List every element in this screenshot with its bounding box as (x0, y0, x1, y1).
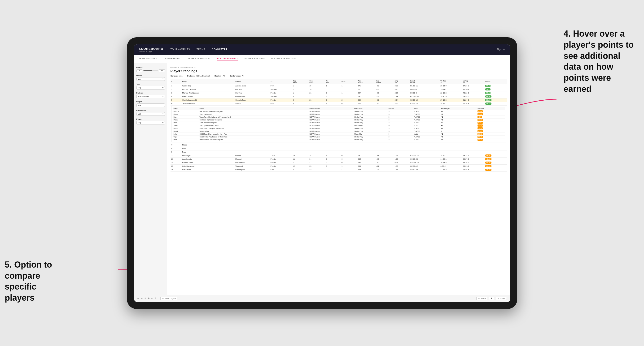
points-badge[interactable]: 38.49 (485, 169, 492, 171)
gender-label: Gender (136, 74, 165, 77)
nav-links: TOURNAMENTS TEAMS COMMITTEE (170, 48, 496, 51)
view-original-button[interactable]: 👁 View: Original (160, 297, 178, 300)
player-select[interactable]: (All) ▾ (136, 121, 165, 125)
region-select[interactable]: N/A ▾ (136, 103, 165, 107)
no-rds-from-input[interactable] (136, 69, 142, 72)
year-select[interactable]: (All) ▾ (136, 86, 165, 90)
th-school: School (234, 79, 270, 84)
no-rds-to-input[interactable] (159, 69, 165, 72)
subnav-player-summary[interactable]: PLAYER SUMMARY (217, 57, 238, 60)
w-points-badge: 20.47 (478, 130, 483, 132)
list-item: Ploch Southern Highlands Collegiate NCAA… (173, 119, 505, 121)
chevron-down-icon: ▾ (162, 78, 164, 80)
redo-icon[interactable]: ↪ (141, 297, 142, 300)
no-rds-slider[interactable] (143, 70, 158, 71)
more-icon[interactable]: ··· (151, 297, 153, 300)
view-icon: 👁 (162, 297, 164, 300)
subnav-player-h2h-grid[interactable]: PLAYER H2H GRID (244, 57, 265, 60)
th-wins: Wins (340, 79, 357, 84)
division-select[interactable]: NCAA Division I ▾ (136, 95, 165, 98)
conference-select[interactable]: (All) ▾ (136, 112, 165, 116)
th-overall: OverallRecord (409, 79, 440, 84)
left-annotation: 5. Option to compare specific players (5, 259, 66, 304)
th-avg-to-par: Avgto Par (375, 79, 394, 84)
settings-icon[interactable]: ⚙ (144, 297, 146, 300)
points-badge[interactable]: 68.94 (485, 95, 492, 98)
points-badge-highlighted[interactable]: 80.49 (485, 99, 492, 101)
subnav-player-h2h-heatmap[interactable]: PLAYER H2H HEATMAP (271, 57, 296, 60)
table-row: 7 Niche (170, 143, 507, 147)
th-yr: Yr (270, 79, 292, 84)
clock-icon[interactable]: ⏱ (155, 297, 156, 300)
th-tooltip-event: Event (198, 107, 308, 110)
th-num: # (170, 79, 182, 84)
download-icon: ⬇ (491, 297, 492, 300)
w-points-badge: 53.60 (478, 113, 483, 115)
w-points-badge: 40.7 (478, 116, 482, 118)
th-vs-top50: Vs Top50 (462, 79, 484, 84)
player-standings-table: # Player School Yr RegRank ConfRank NoRd… (170, 79, 507, 172)
gender-select[interactable]: Men ▾ (136, 77, 165, 81)
nav-right: Sign out (497, 48, 506, 51)
list-item: Mattl Mirabel Maui Jim Intercollegiate N… (173, 138, 505, 141)
points-badge[interactable]: 39.95 (485, 165, 492, 167)
chevron-down-icon: ▾ (162, 104, 164, 106)
watch-button[interactable]: 👁 Watch (476, 297, 488, 300)
tooltip-inner: Player Event Event Division Event Type R… (172, 106, 506, 142)
share-button[interactable]: ↗ Share (496, 297, 506, 300)
subnav-team-h2h-heatmap[interactable]: TEAM H2H HEATMAP (188, 57, 210, 60)
list-item: Alex C Fallen Oak Collegiate Invitationa… (173, 127, 505, 130)
subnav-team-summary[interactable]: TEAM SUMMARY (139, 57, 157, 60)
points-badge[interactable]: 40.02 (485, 162, 492, 164)
points-badge[interactable]: 88.2 (485, 85, 490, 87)
update-time: Update time: 27/01/2024 16:56:26 (170, 67, 507, 68)
share-icon: ↗ (498, 297, 499, 300)
bottom-toolbar: ↩ ↪ ⚙ ⧉ ··· ⏱ 👁 View: Original 👁 Watch (134, 295, 510, 302)
w-points-badge: 56.18 (478, 136, 483, 138)
sidebar-player: Player (All) ▾ (136, 118, 165, 125)
list-item: Brenn Wake Forest Invitational at Pinehu… (173, 116, 505, 119)
download-button[interactable]: ⬇ (489, 297, 494, 300)
division-label: Division (136, 92, 165, 94)
table-row: 26 Petr Hruby Washington Fifth 7 23 0 1 … (170, 168, 507, 172)
th-vs-top25: Vs Top25 (440, 79, 462, 84)
th-no-rds: NoRds. (325, 79, 340, 84)
points-badge[interactable]: 58.18 (485, 103, 492, 105)
table-area: Update time: 27/01/2024 16:56:26 Player … (167, 63, 510, 295)
table-row: 23 Jack Lundin Missouri Fourth 11 34 0 0… (170, 157, 507, 161)
tablet-frame: SCOREBOARD Powered by clippd TOURNAMENTS… (127, 37, 517, 309)
list-item: Luke I SEC Match Play hosted by Jerry Pa… (173, 133, 505, 136)
region-label: Region (136, 101, 165, 103)
year-label: Year (136, 83, 165, 85)
tooltip-header-row: Player Event Event Division Event Type R… (173, 107, 505, 110)
nav-committee[interactable]: COMMITTEE (212, 48, 227, 51)
subnav-team-h2h-grid[interactable]: TEAM H2H GRID (164, 57, 181, 60)
th-avg-sg: AvgSG (394, 79, 408, 84)
toolbar-left: ↩ ↪ ⚙ ⧉ ··· ⏱ (138, 297, 157, 300)
sidebar-gender: Gender Men ▾ (136, 74, 165, 81)
table-row: 25 Cole Sherwood Vanderbilt Fourth 12 23… (170, 164, 507, 168)
chevron-down-icon: ▾ (162, 87, 164, 89)
logo-title: SCOREBOARD (139, 47, 164, 50)
list-item: Jake I The Cypress Point Classic NCAA Di… (173, 124, 505, 127)
tooltip-table: Player Event Event Division Event Type R… (173, 107, 505, 141)
th-points: Points (484, 79, 506, 84)
sidebar-year: Year (All) ▾ (136, 83, 165, 90)
nav-tournaments[interactable]: TOURNAMENTS (170, 48, 190, 51)
copy-icon[interactable]: ⧉ (148, 297, 150, 300)
th-tooltip-rounds: Rounds (388, 107, 413, 110)
chevron-down-icon: ▾ (162, 95, 164, 98)
table-row: 9 Prest (170, 150, 507, 154)
w-points-badge: 57.57 (478, 122, 483, 124)
points-badge[interactable]: 70.2 (485, 92, 490, 94)
points-badge[interactable]: 76.2 (485, 88, 490, 90)
filter-division: Division: NCAA Division I (187, 75, 210, 77)
undo-icon[interactable]: ↩ (138, 297, 139, 300)
logo-subtitle: Powered by clippd (139, 50, 164, 52)
nav-teams[interactable]: TEAMS (196, 48, 205, 51)
points-badge[interactable]: 40.27 (485, 158, 492, 160)
sign-out-link[interactable]: Sign out (497, 48, 506, 51)
list-item: Tiger SEC Stroke Play hosted by Jerry Pa… (173, 136, 505, 138)
points-badge[interactable]: 48.68 (485, 155, 492, 157)
filter-conference: Conference: All (230, 75, 244, 77)
